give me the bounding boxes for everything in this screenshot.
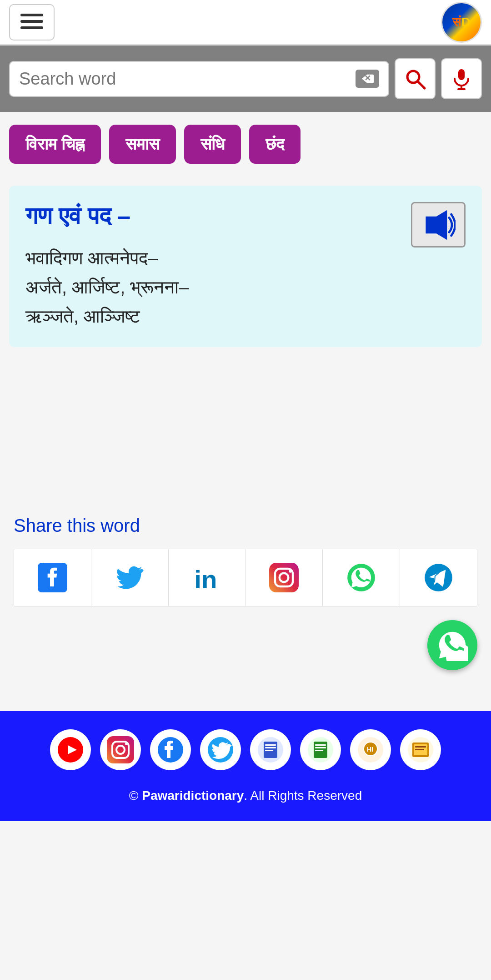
menu-button[interactable]	[9, 4, 55, 40]
ad-space	[0, 356, 491, 493]
category-samas[interactable]: समास	[109, 125, 176, 164]
svg-rect-0	[20, 14, 43, 16]
footer-twitter-icon	[207, 736, 234, 763]
svg-rect-11	[269, 563, 299, 592]
footer-social-row: HI	[9, 729, 482, 770]
svg-rect-41	[415, 746, 426, 748]
share-twitter[interactable]	[91, 549, 169, 606]
footer-book3-icon: HI	[357, 736, 384, 763]
svg-rect-2	[20, 26, 43, 29]
footer-book2-icon	[307, 736, 334, 763]
svg-text:in: in	[194, 565, 217, 592]
svg-point-22	[125, 743, 128, 745]
svg-line-4	[418, 81, 425, 88]
share-whatsapp[interactable]	[323, 549, 400, 606]
svg-text:HI: HI	[367, 746, 373, 753]
social-share-grid: in	[14, 549, 477, 606]
svg-point-14	[289, 570, 292, 573]
footer-book4-icon	[407, 736, 434, 763]
svg-rect-19	[107, 736, 134, 763]
svg-rect-33	[315, 747, 326, 748]
clear-button[interactable]	[356, 70, 379, 88]
footer-book2[interactable]	[300, 729, 341, 770]
category-viram[interactable]: विराम चिह्न	[9, 125, 101, 164]
footer-youtube[interactable]	[50, 729, 91, 770]
footer-book3[interactable]: HI	[350, 729, 391, 770]
hamburger-icon	[20, 10, 43, 34]
header: संD	[0, 0, 491, 45]
instagram-icon	[269, 563, 299, 592]
content-card: गण एवं पद – भवादिगण आत्मनेपद– अर्जते, आर…	[9, 186, 482, 347]
clear-icon	[361, 72, 374, 85]
svg-marker-8	[426, 210, 447, 240]
whatsapp-float-button[interactable]	[427, 620, 477, 670]
footer-facebook[interactable]	[150, 729, 191, 770]
content-title: गण एवं पद –	[25, 202, 466, 230]
footer-book1[interactable]	[250, 729, 291, 770]
footer-facebook-icon	[157, 736, 184, 763]
footer-instagram[interactable]	[100, 729, 141, 770]
svg-rect-27	[265, 744, 276, 746]
category-sandhi[interactable]: संधि	[184, 125, 241, 164]
microphone-button[interactable]	[441, 58, 482, 99]
audio-icon	[421, 208, 456, 242]
category-section: विराम चिह्न समास संधि छंद	[0, 112, 491, 177]
svg-rect-28	[265, 747, 276, 748]
facebook-icon	[38, 563, 67, 592]
search-button[interactable]	[395, 58, 436, 99]
twitter-icon	[115, 563, 145, 592]
logo: संD	[441, 2, 482, 43]
share-linkedin[interactable]: in	[169, 549, 246, 606]
audio-button[interactable]	[411, 202, 466, 248]
share-section: Share this word in	[0, 493, 491, 616]
telegram-icon	[424, 563, 453, 592]
svg-rect-5	[458, 69, 465, 80]
footer-twitter[interactable]	[200, 729, 241, 770]
search-icon	[404, 67, 426, 90]
youtube-icon	[57, 736, 84, 763]
share-title: Share this word	[14, 515, 477, 536]
search-section	[0, 45, 491, 112]
svg-rect-34	[315, 750, 323, 751]
share-facebook[interactable]	[14, 549, 91, 606]
footer: HI © Pawaridictionary. All Rights Reserv…	[0, 711, 491, 821]
linkedin-icon: in	[192, 563, 222, 592]
whatsapp-icon	[346, 563, 376, 592]
whatsapp-float-container	[0, 616, 491, 675]
footer-instagram-icon	[107, 736, 134, 763]
search-input-wrapper	[9, 61, 389, 97]
svg-rect-29	[265, 750, 273, 751]
mic-icon	[450, 67, 473, 90]
share-telegram[interactable]	[400, 549, 477, 606]
search-input[interactable]	[19, 69, 356, 89]
share-instagram[interactable]	[246, 549, 323, 606]
svg-rect-32	[315, 744, 326, 746]
footer-book1-icon	[257, 736, 284, 763]
category-chhand[interactable]: छंद	[249, 125, 301, 164]
footer-book4[interactable]	[400, 729, 441, 770]
footer-copyright: © Pawaridictionary. All Rights Reserved	[9, 784, 482, 812]
svg-rect-42	[415, 749, 424, 750]
svg-rect-1	[20, 20, 43, 23]
content-body: भवादिगण आत्मनेपद– अर्जते, आर्जिष्ट, भ्रू…	[25, 243, 466, 331]
whatsapp-float-icon	[436, 629, 468, 661]
